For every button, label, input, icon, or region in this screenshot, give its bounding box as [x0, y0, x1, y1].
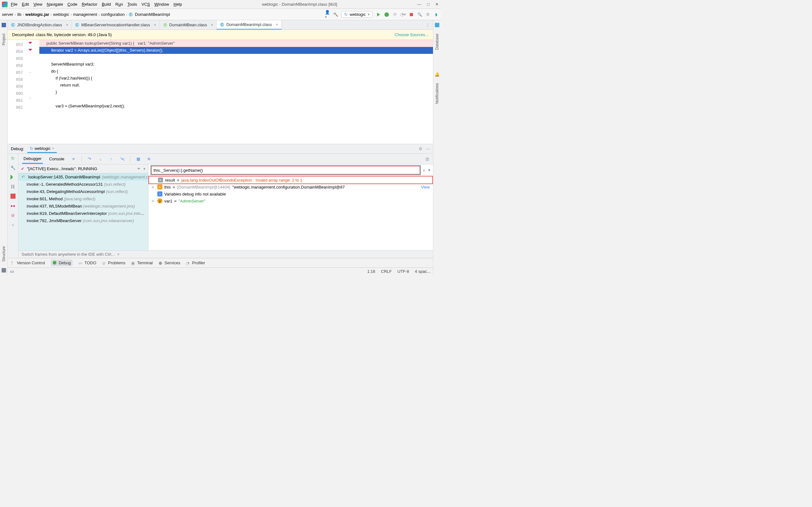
status-tool-button[interactable]: ▭	[10, 269, 14, 274]
line-separator[interactable]: CRLF	[381, 269, 392, 274]
bell-icon[interactable]: 🔔	[435, 72, 440, 77]
notifications-tool-label[interactable]: Notifications	[435, 83, 439, 104]
tabs-more-button[interactable]	[422, 20, 433, 30]
hammer-build-icon[interactable]: 🔨	[333, 12, 338, 17]
menu-file[interactable]: FFileile	[11, 2, 17, 7]
history-dropdown-icon[interactable]	[428, 168, 430, 173]
project-tool-label[interactable]: Project	[2, 34, 6, 45]
run-config-selector[interactable]: ↻ weblogic	[341, 11, 373, 18]
services-tool-button[interactable]: ⬢Services	[159, 261, 181, 265]
indent-setting[interactable]: 4 spac...	[415, 269, 430, 274]
debug-run-tab[interactable]: ↻ weblogic ×	[27, 145, 57, 153]
modify-run-button[interactable]: 🔧	[10, 165, 15, 170]
menu-run[interactable]: Run	[115, 2, 123, 7]
debugger-tab[interactable]: Debugger	[22, 154, 43, 164]
menu-build[interactable]: Build	[102, 2, 111, 7]
user-icon[interactable]: 👤▾	[325, 12, 330, 17]
crumb-configuration[interactable]: configuration	[101, 12, 124, 17]
thread-selector[interactable]: ✔ "[ACTIVE] Execu...hreads": RUNNING ⏷	[18, 164, 148, 173]
settings-gear-icon[interactable]	[419, 147, 422, 151]
profile-button[interactable]: ◔▾	[401, 12, 406, 17]
run-to-cursor-icon[interactable]: ↘I	[119, 156, 125, 162]
close-icon[interactable]: ×	[66, 22, 68, 27]
stop-button[interactable]	[409, 12, 414, 17]
close-button[interactable]: ✕	[435, 2, 439, 7]
trace-icon[interactable]: ≋	[146, 157, 152, 161]
add-watch-icon[interactable]: ⨥	[423, 168, 425, 173]
evaluate-icon[interactable]: ▦	[136, 157, 141, 161]
menu-navigate[interactable]: Navigate	[47, 2, 63, 7]
menu-help[interactable]: Help	[173, 2, 182, 7]
bookmark-icon[interactable]: ❤	[29, 41, 32, 45]
resume-button[interactable]	[10, 175, 15, 180]
tab-domainmbean[interactable]: IDomainMBean.class×	[160, 20, 217, 30]
close-icon[interactable]: ×	[275, 22, 278, 27]
view-breakpoints-button[interactable]: ●●	[10, 203, 15, 208]
crumb-management[interactable]: management	[73, 12, 97, 17]
pause-button[interactable]	[10, 184, 15, 189]
project-tool-icon[interactable]	[2, 23, 6, 27]
variables-list[interactable]: ≡result = java.lang.IndexOutOfBoundsExce…	[148, 176, 433, 250]
fold-icon[interactable]: ⌃	[29, 97, 32, 102]
menu-refactor[interactable]: Refactor	[82, 2, 97, 7]
minimize-tool-button[interactable]: —	[426, 147, 430, 151]
maximize-button[interactable]: □	[427, 2, 429, 7]
chevron-down-icon[interactable]	[143, 166, 146, 171]
caret-position[interactable]: 1:16	[367, 269, 375, 274]
menu-window[interactable]: Window	[154, 2, 169, 7]
code-editor[interactable]: 853854855856857858859860861862 ❤ ❤ ⌄ ⌃ p…	[8, 40, 433, 144]
search-icon[interactable]	[417, 12, 422, 17]
step-out-icon[interactable]: ↑	[108, 157, 114, 161]
mute-breakpoints-button[interactable]: ⊘	[10, 213, 15, 218]
threads-icon[interactable]: ≡	[71, 157, 77, 161]
tab-mbeanserver[interactable]: CMBeanServerInvocationHandler.class×	[72, 20, 159, 30]
stop-button[interactable]	[10, 193, 15, 199]
console-tab[interactable]: Console	[48, 155, 66, 163]
menu-code[interactable]: Code	[67, 2, 78, 7]
code-area[interactable]: public ServerMBean lookupServer(String v…	[39, 40, 433, 144]
frames-list[interactable]: ↶lookupServer:1435, DomainMBeanImpl (web…	[18, 173, 148, 250]
problems-tool-button[interactable]: ⊘Problems	[102, 261, 125, 265]
debug-button[interactable]	[384, 12, 389, 17]
debug-tool-button[interactable]: Debug	[51, 260, 72, 266]
crumb-jar[interactable]: weblogic.jar	[26, 12, 49, 17]
ide-update-icon[interactable]: ◗	[434, 12, 439, 17]
crumb-weblogic[interactable]: weblogic	[53, 12, 69, 17]
profiler-tool-button[interactable]: ◔Profiler	[186, 261, 205, 265]
more-debug-button[interactable]: »	[10, 222, 15, 227]
fold-icon[interactable]: ⌄	[29, 69, 32, 74]
todo-tool-button[interactable]: ≔TODO	[78, 261, 96, 265]
menu-vcs[interactable]: VCS	[142, 2, 150, 7]
structure-tool-icon[interactable]	[2, 268, 6, 273]
coverage-button[interactable]: ⟳	[392, 12, 397, 17]
filter-icon[interactable]: ⏷	[137, 166, 141, 171]
vcs-tool-button[interactable]: ᛉVersion Control	[11, 261, 45, 265]
close-icon[interactable]: ×	[211, 22, 213, 27]
database-tool-icon[interactable]	[435, 23, 439, 27]
menu-edit[interactable]: Edit	[22, 2, 29, 7]
settings-gear-icon[interactable]	[425, 12, 430, 17]
step-into-icon[interactable]: ↓	[98, 157, 103, 161]
menu-tools[interactable]: Tools	[128, 2, 137, 7]
choose-sources-link[interactable]: Choose Sources...	[395, 32, 428, 37]
database-tool-label[interactable]: Database	[435, 34, 439, 50]
menu-view[interactable]: View	[33, 2, 42, 7]
evaluate-expression-input[interactable]: this._Servers[1].getName()	[151, 166, 420, 175]
rerun-button[interactable]: ↻	[10, 156, 15, 161]
close-icon[interactable]: ×	[117, 252, 119, 257]
tab-domainmbeanimpl[interactable]: CDomainMBeanImpl.class×	[217, 20, 281, 30]
layout-icon[interactable]: ▥	[425, 157, 429, 161]
minimize-button[interactable]: —	[417, 2, 421, 7]
run-button[interactable]	[376, 12, 381, 17]
step-over-icon[interactable]: ↷	[87, 157, 93, 161]
close-icon[interactable]: ×	[154, 22, 156, 27]
tab-jndibinding[interactable]: CJNDIBindingAction.class×	[8, 20, 72, 30]
crumb-lib[interactable]: lib	[17, 12, 21, 17]
crumb-server[interactable]: server	[2, 12, 13, 17]
file-encoding[interactable]: UTF-8	[397, 269, 409, 274]
close-icon[interactable]: ×	[52, 146, 55, 151]
structure-tool-label[interactable]: Structure	[2, 246, 6, 262]
terminal-tool-button[interactable]: ▣Terminal	[131, 261, 153, 265]
bookmark-icon[interactable]: ❤	[29, 48, 32, 52]
crumb-class[interactable]: DomainMBeanImpl	[135, 12, 170, 17]
